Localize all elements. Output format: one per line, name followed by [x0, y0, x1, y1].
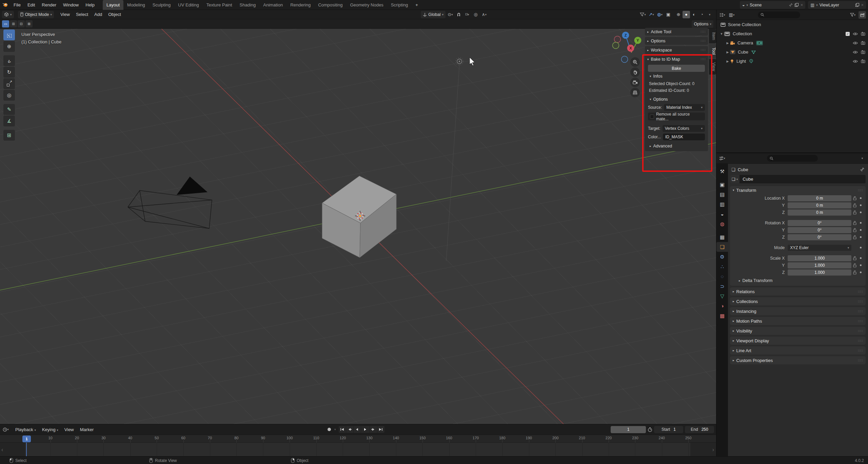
animate-dot[interactable] — [858, 247, 863, 248]
timeline-track-area[interactable]: ‹ › — [0, 443, 716, 456]
zoom-button[interactable] — [630, 57, 640, 67]
hide-viewport-toggle[interactable] — [853, 32, 858, 36]
source-dropdown[interactable]: Material Index▾ — [664, 104, 705, 111]
gizmo-z-neg-axis[interactable] — [622, 56, 628, 63]
timeline-menu-keying[interactable]: Keying ▾ — [39, 427, 61, 432]
color-name-input[interactable]: ID_MASK — [663, 134, 705, 140]
proportional-edit-toggle[interactable]: ◎ — [472, 11, 479, 18]
select-mode-intersect-button[interactable]: ⊠ — [25, 20, 33, 27]
panel-workspace[interactable]: ▸Workspace∷∷ — [645, 46, 708, 54]
collection-checkbox[interactable]: ✓ — [846, 32, 850, 36]
play-reverse-button[interactable] — [354, 426, 361, 433]
bake-button[interactable]: Bake — [648, 65, 705, 72]
lock-icon[interactable] — [853, 256, 856, 260]
properties-tab-world[interactable]: ◍ — [716, 219, 728, 229]
panel-options[interactable]: ▸Options∷∷ — [645, 37, 708, 45]
timeline-menu-view[interactable]: View — [61, 427, 77, 432]
workspace-tab-scripting[interactable]: Scripting — [387, 0, 412, 10]
workspace-tab-geometry-nodes[interactable]: Geometry Nodes — [346, 0, 387, 10]
show-gizmo-toggle[interactable]: ↗▾ — [648, 11, 655, 18]
snap-toggle-icon[interactable] — [455, 11, 462, 18]
navigation-gizmo[interactable]: Z Y X — [610, 31, 646, 68]
remove-source-materials-checkbox[interactable]: Remove all source mate... — [648, 113, 705, 120]
transform-panel-header[interactable]: ▾Transform∷∷ — [730, 186, 866, 194]
workspace-tab-modeling[interactable]: Modeling — [123, 0, 149, 10]
viewport-3d[interactable]: ▾ Object Mode ▾ ViewSelectAddObject Glob… — [0, 10, 716, 424]
next-keyframe-button[interactable] — [370, 426, 377, 433]
workspace-tab-layout[interactable]: Layout — [103, 0, 123, 10]
properties-tab-texture[interactable]: ▩ — [716, 311, 728, 321]
menu-file[interactable]: File — [10, 0, 24, 10]
properties-tab-constraints[interactable]: ⊃ — [716, 281, 728, 291]
viewport-menu-add[interactable]: Add — [91, 12, 105, 17]
animate-dot[interactable] — [858, 236, 863, 238]
properties-search-input[interactable] — [767, 155, 818, 162]
viewport-menu-view[interactable]: View — [57, 12, 73, 17]
workspace-tab-texture-paint[interactable]: Texture Paint — [203, 0, 236, 10]
animate-dot[interactable] — [858, 204, 863, 206]
use-preview-range-icon[interactable] — [648, 427, 652, 432]
cube-object[interactable] — [322, 176, 396, 258]
workspace-tab-uv-editing[interactable]: UV Editing — [174, 0, 202, 10]
auto-keying-record-button[interactable] — [326, 426, 333, 433]
outliner-row-cube[interactable]: ▶Cube — [716, 47, 868, 57]
tool-add-cube[interactable]: ⊞ — [3, 130, 15, 141]
unlink-scene-icon[interactable]: × — [801, 3, 803, 7]
camera-view-button[interactable] — [630, 78, 640, 87]
visibility-dropdown[interactable]: ▾ — [639, 11, 647, 18]
properties-tab-physics[interactable]: ◌ — [716, 271, 728, 281]
properties-tab-modifiers[interactable]: ⚙ — [716, 252, 728, 262]
light-object[interactable] — [456, 58, 463, 65]
xray-toggle[interactable]: ▣ — [665, 11, 672, 18]
disclosure-triangle[interactable]: ▶ — [725, 60, 730, 63]
outliner-row-camera[interactable]: ▶Camera — [716, 38, 868, 47]
disclosure-triangle[interactable]: ▼ — [719, 32, 724, 36]
location-y-field[interactable]: 0 m — [788, 202, 851, 208]
outliner-search-input[interactable] — [758, 12, 800, 18]
new-collection-button[interactable] — [859, 11, 866, 19]
outliner-row-collection[interactable]: ▼Collection✓ — [716, 29, 868, 38]
hide-viewport-toggle[interactable] — [853, 41, 858, 45]
new-viewlayer-icon[interactable] — [855, 3, 860, 7]
shading-solid-button[interactable]: ● — [683, 11, 690, 18]
panel-relations[interactable]: ▸Relations∷∷ — [730, 287, 866, 296]
outliner-row-scene-collection[interactable]: Scene Collection — [716, 20, 868, 29]
lock-icon[interactable] — [853, 235, 856, 239]
outliner-filter-dropdown[interactable]: ▾ — [849, 11, 856, 19]
gizmo-x-neg-axis[interactable] — [614, 36, 621, 43]
lock-icon[interactable] — [853, 196, 856, 200]
properties-tab-tool[interactable]: ⚒ — [716, 166, 728, 176]
animate-dot[interactable] — [858, 264, 863, 266]
location-z-field[interactable]: 0 m — [788, 209, 851, 216]
menu-edit[interactable]: Edit — [24, 0, 38, 10]
play-button[interactable] — [361, 426, 370, 433]
workspace-tab-shading[interactable]: Shading — [236, 0, 260, 10]
hide-viewport-toggle[interactable] — [853, 60, 858, 63]
shading-material-button[interactable]: ◐ — [690, 11, 698, 18]
properties-tab-view-layer[interactable]: ▥ — [716, 199, 728, 209]
properties-tab-object[interactable]: ❏ — [716, 242, 728, 252]
options-dropdown[interactable]: Options▾ — [692, 20, 713, 28]
tool-scale[interactable]: ↗ — [3, 78, 15, 89]
animate-dot[interactable] — [858, 257, 863, 259]
sidebar-tab-tool[interactable]: Tool — [709, 44, 716, 58]
lock-icon[interactable] — [853, 210, 856, 215]
current-frame-field[interactable]: 1 — [611, 426, 646, 433]
scene-selector[interactable]: ◒▾ Scene × — [740, 1, 805, 9]
add-workspace-button[interactable]: + — [412, 0, 422, 10]
tool-cursor[interactable]: ⊕ — [3, 41, 15, 52]
disclosure-triangle[interactable]: ▶ — [725, 41, 730, 45]
shading-rendered-button[interactable]: ◔ — [698, 11, 706, 18]
rotation-mode-dropdown[interactable]: XYZ Euler▾ — [788, 245, 851, 251]
shading-dropdown[interactable]: ▾ — [706, 11, 713, 18]
outliner-editor-selector[interactable]: ▾ — [718, 11, 726, 19]
disclosure-triangle[interactable]: ▶ — [725, 51, 730, 54]
hide-viewport-toggle[interactable] — [853, 51, 858, 54]
timeline-menu-marker[interactable]: Marker — [77, 427, 97, 432]
panel-instancing[interactable]: ▸Instancing∷∷ — [730, 307, 866, 315]
delta-transform-header[interactable]: ▸Delta Transform — [730, 276, 866, 286]
workspace-tab-rendering[interactable]: Rendering — [287, 0, 314, 10]
select-mode-set-button[interactable]: ▭ — [2, 20, 9, 27]
jump-to-end-button[interactable] — [377, 426, 384, 433]
lock-icon[interactable] — [853, 228, 856, 232]
